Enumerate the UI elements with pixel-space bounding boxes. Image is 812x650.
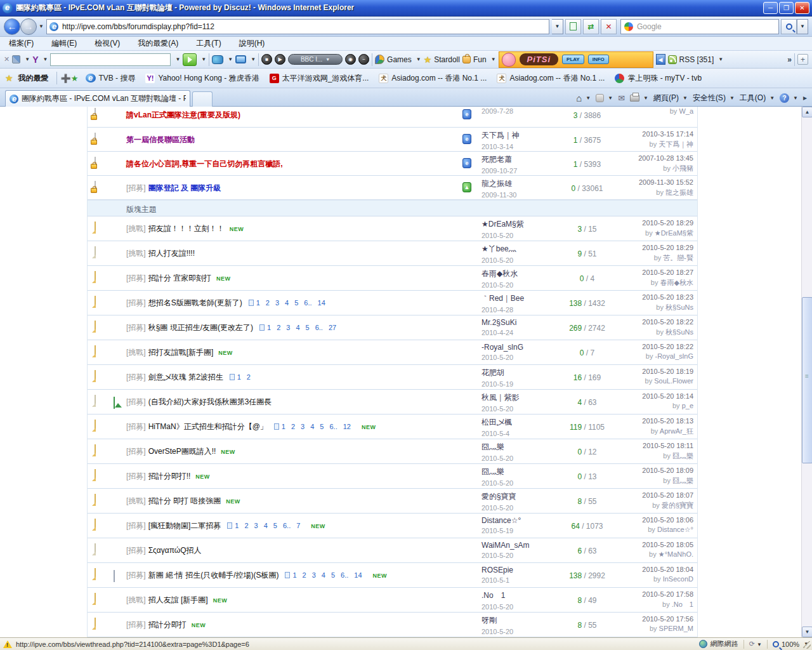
page-link[interactable]: 5 xyxy=(320,423,324,430)
add-toolbar-button[interactable]: + xyxy=(797,54,808,65)
page-link[interactable]: 2 xyxy=(291,423,295,430)
resize-grip[interactable] xyxy=(803,641,811,649)
menu-item-H[interactable]: 說明(H) xyxy=(239,38,265,49)
thread-title-link[interactable]: OverSteP團既請入!! xyxy=(148,447,216,456)
media-play-button[interactable]: ▶ xyxy=(275,54,285,65)
page-link[interactable]: 7 xyxy=(296,522,300,529)
thread-title-link[interactable]: 招計分即打!! xyxy=(148,472,191,481)
stardoll-button[interactable]: Stardoll xyxy=(434,55,460,64)
lastpost-author-link[interactable]: AprwAr_狂 xyxy=(660,427,693,435)
print-button[interactable]: ▼ xyxy=(630,95,648,102)
toolbar-search-dropdown[interactable]: ▼ xyxy=(175,56,180,62)
page-link[interactable]: 5 xyxy=(294,299,298,307)
thread-title-link[interactable]: 招打友誼戰[新手團] xyxy=(148,348,214,357)
address-dropdown[interactable]: ▼ xyxy=(552,19,563,34)
lastpost-author-link[interactable]: 秋§SuNs xyxy=(665,328,693,336)
thread-title-link[interactable]: 招友誼！！！立刻！！ xyxy=(148,224,225,233)
active-tab[interactable]: 團隊約戰專區 - IPvE.COM vLan 互聯對戰論壇 - Po... xyxy=(5,90,190,107)
media-minimize-button[interactable]: − xyxy=(358,54,369,65)
lastpost-author-link[interactable]: p_e xyxy=(682,402,693,409)
games-menu[interactable]: Games xyxy=(387,55,412,64)
toolbar-overflow-chevron[interactable]: » xyxy=(787,55,792,64)
read-mail-button[interactable]: ✉ xyxy=(618,93,625,103)
fun-menu[interactable]: Fun xyxy=(473,55,487,64)
stop-button[interactable]: ✕ xyxy=(601,19,617,34)
page-link[interactable]: 2 xyxy=(277,324,280,331)
home-button[interactable]: ⌂▼ xyxy=(576,93,591,103)
lastpost-author-link[interactable]: W_a xyxy=(679,107,693,115)
page-link[interactable]: 4 xyxy=(322,571,325,579)
page-link[interactable]: 3 xyxy=(301,423,304,430)
tv-icon[interactable] xyxy=(235,55,246,63)
messenger-icon[interactable] xyxy=(212,55,223,64)
page-link[interactable]: 4 xyxy=(310,423,314,430)
page-link[interactable]: 3 xyxy=(286,324,290,331)
feeds-button[interactable]: ▼ xyxy=(596,94,613,102)
menu-item-E[interactable]: 編輯(E) xyxy=(51,38,77,49)
messenger-dropdown[interactable]: ▼ xyxy=(228,56,233,62)
toolbar-search-input[interactable] xyxy=(50,53,171,66)
page-link[interactable]: 2 xyxy=(247,373,251,381)
page-link[interactable]: 5 xyxy=(273,522,277,529)
lastpost-author-link[interactable]: 春雨◆秋水 xyxy=(660,279,693,286)
yahoo-icon[interactable]: Y xyxy=(32,55,38,65)
thread-title-link[interactable]: 招計分 宜家即刻打 xyxy=(148,274,211,282)
page-link[interactable]: 4 xyxy=(296,324,299,331)
page-link[interactable]: 1 xyxy=(292,571,296,579)
lastpost-author-link[interactable]: SPERM_M xyxy=(659,625,693,632)
zoom-level[interactable]: 100% xyxy=(782,640,799,648)
favorites-button[interactable]: 我的最愛 xyxy=(17,72,53,85)
grid-icon[interactable] xyxy=(12,55,20,63)
page-link[interactable]: 4 xyxy=(264,522,268,529)
page-link[interactable]: 1 xyxy=(267,324,271,331)
thread-title-link[interactable]: 第一屆信長聯區活動 xyxy=(126,135,195,144)
favorite-item[interactable]: TVB - 搜尋 xyxy=(82,72,139,85)
thread-title-link[interactable]: 招計分即打 xyxy=(148,620,187,629)
page-link[interactable]: 1 xyxy=(282,423,285,430)
search-dropdown[interactable]: ▼ xyxy=(797,19,808,34)
protected-mode-icon[interactable]: ⟳▼ xyxy=(749,640,762,648)
thread-title-link[interactable]: 團隊登記 及 團隊升級 xyxy=(148,183,221,192)
games-dropdown[interactable]: ▼ xyxy=(416,56,421,62)
lastpost-author-link[interactable]: Distance☆° xyxy=(657,526,693,533)
grid-dropdown[interactable]: ▼ xyxy=(25,56,30,62)
page-link[interactable]: 6.. xyxy=(341,571,348,579)
forward-button[interactable]: → xyxy=(20,18,37,35)
thread-title-link[interactable]: 招計分 即打 唔接強團 xyxy=(148,496,221,505)
lastpost-author-link[interactable]: ★DrEaM§紫 xyxy=(655,229,693,237)
thread-title-link[interactable]: ΣςαγαπώQ招人 xyxy=(148,546,202,555)
page-link[interactable]: 4 xyxy=(285,299,289,307)
thread-title-link[interactable]: 秋§團 現正招生/友團(更改左了) xyxy=(148,323,253,332)
page-link[interactable]: 6.. xyxy=(304,299,311,307)
thread-title-link[interactable]: HiTMaN》正式招生和招計分【@」 xyxy=(148,422,268,431)
toolbar-close-icon[interactable]: ✕ xyxy=(4,55,10,63)
pitsi-banner[interactable]: PiTSi PLAY INFO xyxy=(499,51,653,68)
lastpost-author-link[interactable]: SouL.Flower xyxy=(654,377,693,385)
page-link[interactable]: 12 xyxy=(343,423,351,430)
pitsi-play-button[interactable]: PLAY xyxy=(562,55,584,64)
menu-item-V[interactable]: 檢視(V) xyxy=(95,38,120,49)
thread-title-link[interactable]: (自我介紹)大家好我係秋團第3任團長 xyxy=(148,397,272,406)
page-link[interactable]: 5 xyxy=(331,571,335,579)
page-link[interactable]: 14 xyxy=(354,571,362,579)
fun-dropdown[interactable]: ▼ xyxy=(491,56,496,62)
add-favorite-icon[interactable]: ➕★ xyxy=(61,74,79,83)
security-menu[interactable]: 安全性(S)▼ xyxy=(693,93,735,103)
back-button[interactable]: ← xyxy=(4,18,20,35)
page-link[interactable]: 6.. xyxy=(315,324,323,331)
address-bar[interactable]: http://ipve.com/bbs/forumdisplay.php?fid… xyxy=(46,19,549,34)
page-link[interactable]: 14 xyxy=(318,299,325,307)
thread-title-link[interactable]: 劍意乄玫瑰 第2波招生 xyxy=(148,373,223,381)
page-link[interactable]: 3 xyxy=(312,571,316,579)
help-button[interactable]: ?▼ xyxy=(780,93,798,103)
tv-dropdown[interactable]: ▼ xyxy=(251,56,256,62)
favorite-item[interactable]: G太平洋游戏网_游戏体育... xyxy=(266,72,373,85)
rss-count[interactable]: RSS [351] xyxy=(679,55,714,64)
page-link[interactable]: 1 xyxy=(237,373,241,381)
favorite-item[interactable]: 犬Asiadog.com -- 香港 No.1 ... xyxy=(493,72,608,85)
minimize-button[interactable]: ─ xyxy=(763,2,778,14)
lastpost-author-link[interactable]: 秋§SuNs xyxy=(665,303,693,311)
rss-dropdown[interactable]: ▼ xyxy=(718,56,723,62)
lastpost-author-link[interactable]: 天下爲｜神 xyxy=(658,140,693,148)
media-volume-button[interactable]: ◉ xyxy=(345,54,356,65)
